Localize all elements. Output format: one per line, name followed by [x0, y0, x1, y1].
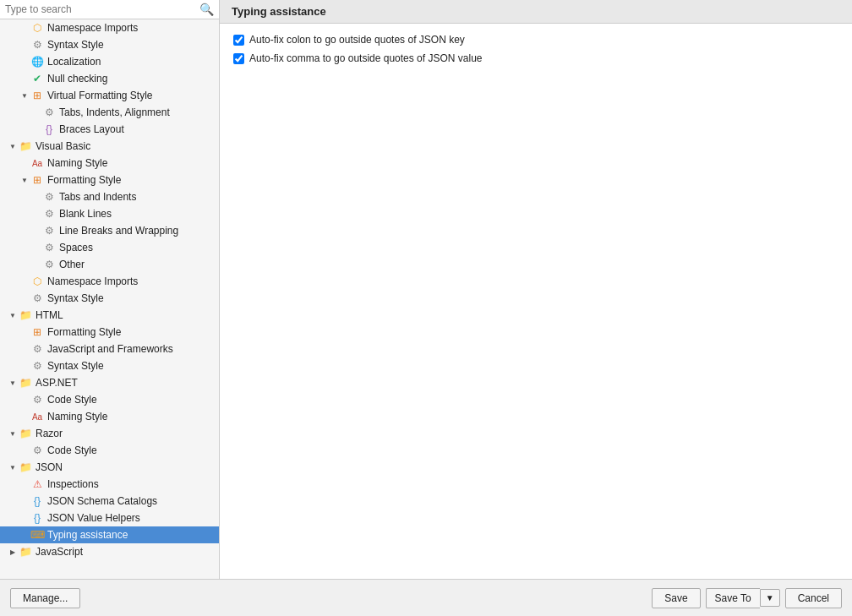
label-tabs-and-indents-vb: Tabs and Indents [59, 191, 136, 203]
cb1-checkbox[interactable] [233, 35, 244, 46]
label-spaces-vb: Spaces [59, 242, 93, 253]
icon-syntax-style-vb: ⚙ [30, 292, 44, 305]
arrow-virtual-formatting [19, 90, 30, 101]
tree-item-localization-1[interactable]: 🌐Localization [0, 53, 219, 70]
label-braces-layout: Braces Layout [59, 123, 124, 135]
tree-item-blank-lines-vb[interactable]: ⚙Blank Lines [0, 205, 219, 222]
icon-json-value-helpers: {} [30, 511, 44, 525]
icon-visual-basic: 📁 [19, 139, 32, 153]
icon-razor: 📁 [19, 427, 32, 440]
icon-virtual-formatting: ⊞ [30, 89, 44, 102]
tree-item-visual-basic[interactable]: 📁Visual Basic [0, 138, 219, 155]
label-tabs-indents-alignment: Tabs, Indents, Alignment [59, 106, 170, 118]
tree-item-javascript-frameworks[interactable]: ⚙JavaScript and Frameworks [0, 341, 219, 357]
label-code-style-asp: Code Style [47, 394, 97, 406]
content-body: Auto-fix colon to go outside quotes of J… [220, 24, 852, 579]
tree-item-inspections-json[interactable]: ⚠Inspections [0, 476, 219, 493]
cb2-checkbox[interactable] [233, 53, 244, 64]
label-other-vb: Other [59, 259, 85, 270]
label-localization-1: Localization [47, 56, 101, 68]
icon-json-schema-catalogs: {} [30, 494, 44, 508]
checkbox-row-1: Auto-fix colon to go outside quotes of J… [233, 34, 838, 46]
icon-javascript: 📁 [19, 545, 32, 559]
icon-html: 📁 [19, 308, 32, 322]
search-input[interactable] [5, 3, 196, 15]
label-javascript: JavaScript [36, 546, 83, 558]
label-virtual-formatting: Virtual Formatting Style [47, 90, 153, 101]
label-namespace-imports-1: Namespace Imports [47, 22, 138, 34]
label-inspections-json: Inspections [47, 478, 99, 490]
tree-item-html[interactable]: 📁HTML [0, 307, 219, 324]
label-line-breaks-vb: Line Breaks and Wrapping [59, 225, 178, 237]
label-javascript-frameworks: JavaScript and Frameworks [47, 343, 173, 355]
tree-item-tabs-indents-alignment[interactable]: ⚙Tabs, Indents, Alignment [0, 104, 219, 121]
label-formatting-style-vb: Formatting Style [47, 174, 121, 186]
tree-item-syntax-style-html[interactable]: ⚙Syntax Style [0, 357, 219, 374]
tree-item-naming-style-asp[interactable]: AaNaming Style [0, 408, 219, 425]
icon-typing-assistance: ⌨ [30, 528, 44, 542]
tree-container: ⬡Namespace Imports⚙Syntax Style🌐Localiza… [0, 19, 219, 579]
arrow-asp-net [7, 377, 19, 389]
tree-item-syntax-style-vb[interactable]: ⚙Syntax Style [0, 290, 219, 307]
cb1-label: Auto-fix colon to go outside quotes of J… [249, 34, 465, 46]
tree-item-braces-layout[interactable]: {}Braces Layout [0, 121, 219, 138]
tree-item-asp-net[interactable]: 📁ASP.NET [0, 374, 219, 391]
checkbox-row-2: Auto-fix comma to go outside quotes of J… [233, 52, 838, 64]
tree-item-json-value-helpers[interactable]: {}JSON Value Helpers [0, 510, 219, 526]
icon-asp-net: 📁 [19, 376, 32, 390]
label-naming-style-asp: Naming Style [47, 411, 107, 422]
main-container: 🔍 ⬡Namespace Imports⚙Syntax Style🌐Locali… [0, 0, 852, 579]
tree-item-typing-assistance[interactable]: ⌨Typing assistance [0, 526, 219, 543]
tree-item-line-breaks-vb[interactable]: ⚙Line Breaks and Wrapping [0, 222, 219, 239]
manage-button[interactable]: Manage... [10, 588, 80, 608]
icon-naming-style-asp: Aa [30, 410, 44, 423]
cancel-button[interactable]: Cancel [785, 588, 842, 608]
save-to-button[interactable]: Save To [706, 588, 760, 608]
tree-item-json[interactable]: 📁JSON [0, 459, 219, 476]
tree-item-javascript[interactable]: 📁JavaScript [0, 543, 219, 560]
icon-localization-1: 🌐 [30, 55, 44, 68]
tree-item-null-checking-1[interactable]: ✔Null checking [0, 70, 219, 87]
arrow-formatting-style-vb [19, 174, 30, 186]
label-json-schema-catalogs: JSON Schema Catalogs [47, 495, 157, 507]
tree-item-code-style-asp[interactable]: ⚙Code Style [0, 391, 219, 408]
icon-other-vb: ⚙ [42, 258, 56, 271]
content-area: Typing assistance Auto-fix colon to go o… [220, 0, 852, 579]
label-syntax-style-1: Syntax Style [47, 39, 104, 51]
icon-formatting-style-vb: ⊞ [30, 173, 44, 187]
label-html: HTML [36, 309, 63, 321]
tree-item-other-vb[interactable]: ⚙Other [0, 256, 219, 273]
icon-tabs-indents-alignment: ⚙ [42, 106, 56, 119]
save-to-split: Save To ▼ [706, 588, 780, 608]
tree-item-namespace-imports-vb[interactable]: ⬡Namespace Imports [0, 273, 219, 290]
icon-null-checking-1: ✔ [30, 72, 44, 85]
label-json-value-helpers: JSON Value Helpers [47, 512, 140, 524]
icon-line-breaks-vb: ⚙ [42, 224, 56, 237]
tree-item-formatting-style-vb[interactable]: ⊞Formatting Style [0, 172, 219, 188]
tree-item-razor[interactable]: 📁Razor [0, 425, 219, 442]
content-header: Typing assistance [220, 0, 852, 24]
label-blank-lines-vb: Blank Lines [59, 208, 112, 220]
tree-item-naming-style-vb[interactable]: AaNaming Style [0, 155, 219, 172]
tree-item-virtual-formatting[interactable]: ⊞Virtual Formatting Style [0, 87, 219, 104]
label-syntax-style-vb: Syntax Style [47, 292, 104, 304]
icon-spaces-vb: ⚙ [42, 241, 56, 254]
arrow-visual-basic [7, 140, 19, 152]
tree-item-formatting-style-html[interactable]: ⊞Formatting Style [0, 324, 219, 341]
save-button[interactable]: Save [652, 588, 700, 608]
icon-inspections-json: ⚠ [30, 477, 44, 491]
tree-item-spaces-vb[interactable]: ⚙Spaces [0, 239, 219, 256]
label-syntax-style-html: Syntax Style [47, 360, 104, 372]
save-to-dropdown-button[interactable]: ▼ [760, 589, 780, 607]
tree-item-json-schema-catalogs[interactable]: {}JSON Schema Catalogs [0, 493, 219, 510]
arrow-javascript [7, 546, 19, 558]
tree-item-code-style-razor[interactable]: ⚙Code Style [0, 442, 219, 459]
arrow-html [7, 309, 19, 321]
tree-item-tabs-and-indents-vb[interactable]: ⚙Tabs and Indents [0, 188, 219, 205]
tree-item-syntax-style-1[interactable]: ⚙Syntax Style [0, 36, 219, 53]
tree-item-namespace-imports-1[interactable]: ⬡Namespace Imports [0, 19, 219, 36]
icon-naming-style-vb: Aa [30, 156, 44, 170]
icon-formatting-style-html: ⊞ [30, 325, 44, 339]
bottom-right: Save Save To ▼ Cancel [652, 588, 842, 608]
arrow-json [7, 461, 19, 473]
